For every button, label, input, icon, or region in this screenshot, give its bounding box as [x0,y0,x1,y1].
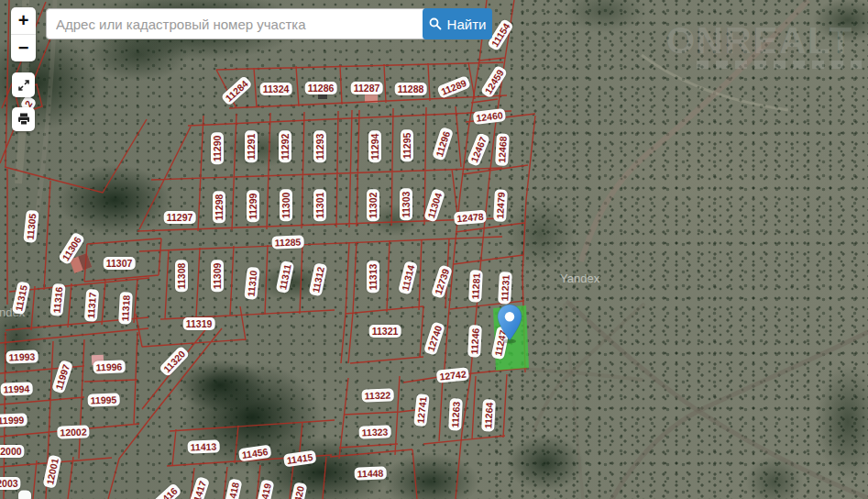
zoom-out-button[interactable]: − [11,34,36,61]
search-button-label: Найти [447,17,487,32]
parcel-label-11994[interactable]: 11994 [0,382,32,395]
cadastral-map-app: 1128411324112861128711288112891115412459… [0,0,868,499]
parcel-label-11299[interactable]: 11299 [247,191,259,223]
parcel-label-11247[interactable]: 11247 [491,327,511,360]
parcel-label-11311[interactable]: 11311 [276,261,295,294]
parcel-label-11292[interactable]: 11292 [279,131,291,163]
parcel-label-12001[interactable]: 12001 [42,454,61,488]
parcel-label-11281[interactable]: 11281 [468,270,483,302]
parcel-label-11319[interactable]: 11319 [183,317,215,330]
parcel-label-12003[interactable]: 12003 [0,477,21,490]
parcel-label-11298[interactable]: 11298 [213,192,225,224]
magnifier-icon [429,17,442,30]
parcel-label-11291[interactable]: 11291 [245,131,258,163]
parcel-label-11417[interactable]: 11417 [188,476,210,499]
parcel-label-11995[interactable]: 11995 [87,393,119,406]
parcel-label-11288[interactable]: 11288 [395,83,427,95]
search-input[interactable] [46,8,427,39]
parcel-label-11310[interactable]: 11310 [244,267,260,300]
parcel-label-11323[interactable]: 11323 [358,425,390,438]
parcel-label-11993[interactable]: 11993 [5,349,38,363]
parcel-label-11305[interactable]: 11305 [23,210,39,243]
parcel-label-11284[interactable]: 11284 [220,75,252,106]
parcel-label-11996[interactable]: 11996 [93,360,125,373]
parcel-label-11314[interactable]: 11314 [398,261,418,295]
parcel-label-12742[interactable]: 12742 [436,367,469,383]
parcel-label-11418[interactable]: 11418 [224,479,243,499]
parcel-label-11312[interactable]: 11312 [309,263,328,297]
parcel-label-12468[interactable]: 12468 [495,133,510,166]
parcel-label-11294[interactable]: 11294 [368,131,381,163]
parcel-label-11246[interactable]: 11246 [467,325,482,357]
parcel-label-11318[interactable]: 11318 [118,292,133,324]
parcel-label-11290[interactable]: 11290 [211,133,224,165]
parcel-label-12002[interactable]: 12002 [57,425,90,438]
parcel-label-11315[interactable]: 11315 [12,282,31,316]
parcel-label-11456[interactable]: 11456 [238,445,271,462]
diagonal-arrows-icon [16,78,31,93]
parcel-label-11264[interactable]: 11264 [481,399,496,431]
parcel-label-11321[interactable]: 11321 [369,325,401,338]
parcel-label-11297[interactable]: 11297 [164,211,196,224]
parcel-label-11263[interactable]: 11263 [448,398,463,430]
parcel-label-partial[interactable] [18,491,31,499]
parcel-label-11295[interactable]: 11295 [401,130,413,162]
parcel-label-11413[interactable]: 11413 [187,439,219,453]
zoom-in-button[interactable]: + [11,7,36,34]
parcel-label-11320[interactable]: 11320 [159,346,190,378]
parcel-label-11309[interactable]: 11309 [211,261,224,293]
parcel-label-11416[interactable]: 11416 [149,482,181,499]
parcel-label-12467[interactable]: 12467 [467,132,490,167]
parcel-label-11231[interactable]: 11231 [498,272,512,304]
parcel-label-12478[interactable]: 12478 [454,209,487,225]
fullscreen-button[interactable] [12,72,35,97]
parcel-label-11303[interactable]: 11303 [400,189,412,221]
parcel-label-11289[interactable]: 11289 [436,75,470,99]
parcel-label-11301[interactable]: 11301 [313,190,326,222]
parcel-label-11415[interactable]: 11415 [283,450,316,468]
parcel-label-12740[interactable]: 12740 [423,321,445,356]
parcel-labels-layer: 1128411324112861128711288112891115412459… [0,0,868,499]
parcel-label-11317[interactable]: 11317 [84,289,99,322]
parcel-label-12459[interactable]: 12459 [480,64,509,98]
parcel-label-12739[interactable]: 12739 [431,264,453,299]
zoom-control: + − [11,7,36,61]
parcel-label-11286[interactable]: 11286 [305,82,337,94]
parcel-label-11322[interactable]: 11322 [361,388,393,402]
parcel-label-11316[interactable]: 11316 [49,283,66,316]
parcel-label-11307[interactable]: 11307 [104,257,136,270]
parcel-label-11420[interactable]: 11420 [289,482,308,499]
parcel-label-11419[interactable]: 11419 [256,480,275,499]
parcel-label-11308[interactable]: 11308 [175,261,188,293]
parcel-label-11293[interactable]: 11293 [313,131,326,163]
parcel-label-11999[interactable]: 11999 [0,413,27,427]
printer-icon [16,112,31,127]
parcel-label-11285[interactable]: 11285 [271,235,303,249]
parcel-label-12460[interactable]: 12460 [473,108,507,125]
parcel-label-11448[interactable]: 11448 [354,466,386,480]
parcel-label-11324[interactable]: 11324 [260,83,292,95]
search-button[interactable]: Найти [423,8,492,39]
parcel-label-11296[interactable]: 11296 [432,127,454,161]
parcel-label-11302[interactable]: 11302 [367,190,379,222]
parcel-label-11287[interactable]: 11287 [351,82,383,94]
parcel-label-12000[interactable]: 12000 [0,445,25,458]
parcel-label-11306[interactable]: 11306 [58,232,85,266]
parcel-label-11313[interactable]: 11313 [367,261,379,294]
parcel-label-11304[interactable]: 11304 [423,188,445,222]
parcel-label-11300[interactable]: 11300 [280,190,292,222]
parcel-label-12479[interactable]: 12479 [493,189,508,222]
parcel-label-12741[interactable]: 12741 [413,394,430,427]
parcel-label-11997[interactable]: 11997 [51,360,73,394]
print-button[interactable] [12,107,35,131]
